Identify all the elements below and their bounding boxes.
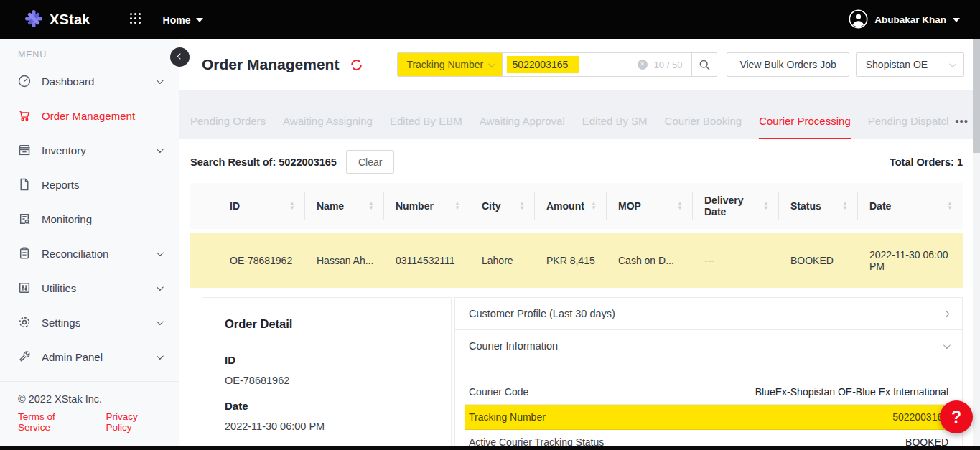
- column-header-number[interactable]: Number: [384, 183, 470, 229]
- sidebar-item-inventory[interactable]: Inventory: [0, 133, 179, 167]
- sort-icon[interactable]: [519, 202, 525, 210]
- sort-icon[interactable]: [591, 202, 597, 210]
- sidebar-item-settings[interactable]: Settings: [0, 305, 179, 339]
- courier-information-label: Courier Information: [469, 340, 558, 352]
- store-selector-value: Shopistan OE: [866, 59, 928, 70]
- courier-information-body: Courier Code BlueEx-Shopistan OE-Blue Ex…: [454, 362, 963, 450]
- wrench-icon: [18, 350, 31, 363]
- sort-icon[interactable]: [677, 202, 683, 210]
- tab-edited-by-sm[interactable]: Edited By SM: [582, 103, 648, 139]
- column-header-date[interactable]: Date: [858, 183, 963, 229]
- id-field-value: OE-78681962: [225, 375, 429, 386]
- brand-logo[interactable]: XStak: [24, 9, 90, 31]
- sidebar-item-reports[interactable]: Reports: [0, 167, 179, 202]
- scrollbar-thumb[interactable]: [973, 39, 980, 153]
- gear-icon: [18, 316, 31, 329]
- sort-icon[interactable]: [368, 202, 374, 210]
- cart-icon: [18, 109, 31, 122]
- sidebar-item-monitoring[interactable]: Monitoring: [0, 202, 179, 236]
- clipboard-icon: [18, 247, 31, 260]
- document-icon: [18, 178, 31, 191]
- privacy-policy-link[interactable]: Privacy Policy: [106, 411, 161, 433]
- tab-pending-orders[interactable]: Pending Orders: [190, 103, 266, 139]
- user-menu[interactable]: Abubakar Khan: [849, 9, 960, 31]
- sidebar-item-admin-panel[interactable]: Admin Panel: [0, 339, 179, 374]
- help-button[interactable]: ?: [940, 400, 973, 433]
- tracking-number-row: Tracking Number 5022003165: [465, 405, 952, 430]
- avatar-icon: [849, 9, 868, 31]
- sidebar: MENU Dashboard Order Management: [0, 39, 179, 450]
- clear-search-button[interactable]: Clear: [346, 150, 394, 174]
- courier-information-accordion[interactable]: Courier Information: [454, 329, 963, 362]
- search-filter-select[interactable]: Tracking Number: [398, 53, 503, 76]
- sidebar-item-label: Reconciliation: [42, 248, 146, 260]
- page-title: Order Management: [202, 56, 339, 73]
- refresh-icon[interactable]: [350, 58, 363, 72]
- column-header-id[interactable]: ID: [190, 183, 305, 229]
- cell-city: Lahore: [470, 249, 535, 272]
- sidebar-item-utilities[interactable]: Utilities: [0, 271, 179, 305]
- sliders-icon: [18, 281, 31, 294]
- column-header-status[interactable]: Status: [779, 183, 858, 229]
- cell-date: 2022-11-30 06:00 PM: [858, 243, 963, 278]
- sidebar-item-dashboard[interactable]: Dashboard: [0, 64, 179, 98]
- column-header-delivery-date[interactable]: Delivery Date: [693, 183, 779, 229]
- search-button[interactable]: [691, 53, 717, 76]
- tab-courier-processing[interactable]: Courier Processing: [759, 103, 851, 139]
- store-icon: [18, 144, 31, 156]
- tab-awaiting-assigning[interactable]: Awaiting Assigning: [283, 103, 373, 139]
- cell-amount: PKR 8,415: [535, 249, 607, 272]
- sidebar-item-reconciliation[interactable]: Reconciliation: [0, 236, 179, 271]
- cell-name: Hassan Ah...: [305, 249, 384, 272]
- date-field-value: 2022-11-30 06:00 PM: [225, 421, 429, 432]
- tab-courier-booking[interactable]: Courier Booking: [665, 103, 742, 139]
- customer-profile-accordion[interactable]: Customer Profile (Last 30 days): [454, 297, 963, 330]
- tab-pending-dispatch[interactable]: Pending Dispatch: [868, 103, 948, 139]
- column-header-city[interactable]: City: [470, 183, 535, 229]
- chevron-down-icon: [953, 18, 960, 22]
- tab-awaiting-approval[interactable]: Awaiting Approval: [480, 103, 565, 139]
- sort-icon[interactable]: [842, 202, 848, 210]
- tabs-bar: Pending Orders Awaiting Assigning Edited…: [179, 90, 980, 139]
- terms-of-service-link[interactable]: Terms of Service: [18, 411, 84, 433]
- apps-grid-icon[interactable]: [129, 12, 141, 27]
- chevron-down-icon: [157, 146, 164, 153]
- clear-search-icon[interactable]: [638, 60, 648, 70]
- sort-icon[interactable]: [947, 202, 953, 210]
- more-tabs-button[interactable]: [948, 103, 971, 139]
- sidebar-item-label: Monitoring: [42, 213, 162, 225]
- chevron-down-icon: [157, 352, 164, 360]
- search-icon: [699, 59, 711, 71]
- column-header-amount[interactable]: Amount: [535, 183, 607, 229]
- sidebar-item-label: Order Management: [42, 110, 162, 122]
- dashboard-icon: [18, 75, 31, 88]
- table-row-selected[interactable]: OE-78681962 Hassan Ah... 03114532111 Lah…: [190, 233, 963, 288]
- sidebar-item-label: Admin Panel: [42, 351, 146, 363]
- home-menu[interactable]: Home: [163, 14, 203, 26]
- bottom-edge-strip: [0, 446, 980, 450]
- chevron-right-icon: [943, 310, 950, 317]
- cell-number: 03114532111: [384, 249, 470, 272]
- topbar: XStak Home Abubakar Khan: [0, 0, 980, 39]
- result-bar: Search Result of: 5022003165 Clear Total…: [179, 139, 980, 182]
- sidebar-item-order-management[interactable]: Order Management: [0, 98, 179, 133]
- date-field-label: Date: [225, 400, 429, 412]
- store-selector[interactable]: Shopistan OE: [856, 52, 964, 77]
- id-field-label: ID: [225, 354, 429, 366]
- collapse-sidebar-button[interactable]: [170, 47, 190, 67]
- sort-icon[interactable]: [763, 202, 769, 210]
- page-header: Order Management Tracking Number 5022003…: [179, 39, 980, 90]
- user-name: Abubakar Khan: [874, 14, 946, 25]
- search-input[interactable]: 5022003165 10 / 50: [503, 53, 691, 76]
- sidebar-item-label: Utilities: [42, 282, 146, 294]
- column-header-mop[interactable]: MOP: [607, 183, 693, 229]
- sort-icon[interactable]: [289, 202, 295, 210]
- sidebar-item-label: Reports: [42, 179, 162, 191]
- tab-edited-by-ebm[interactable]: Edited By EBM: [390, 103, 462, 139]
- view-bulk-orders-job-button[interactable]: View Bulk Orders Job: [727, 52, 849, 77]
- sort-icon[interactable]: [454, 202, 460, 210]
- chevron-down-icon: [943, 342, 951, 349]
- vertical-scrollbar[interactable]: [973, 39, 980, 450]
- column-header-name[interactable]: Name: [305, 183, 384, 229]
- chevron-down-icon: [488, 60, 495, 67]
